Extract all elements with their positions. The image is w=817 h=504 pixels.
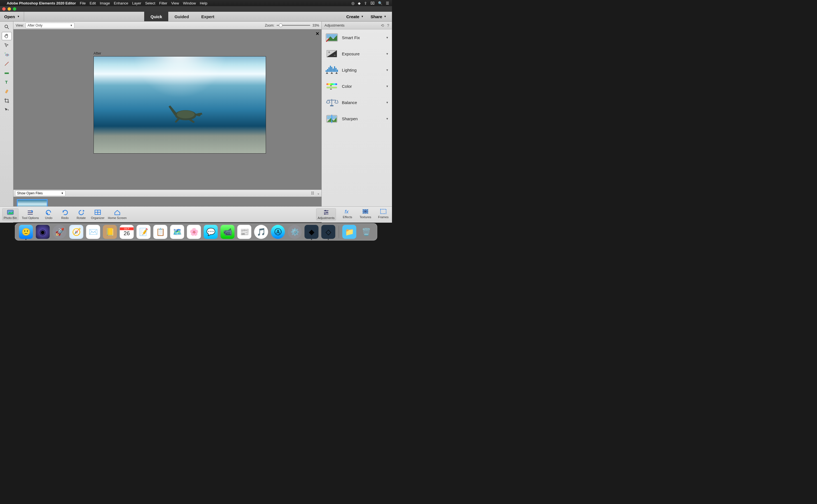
adjustment-balance[interactable]: Balance ▼ (324, 97, 390, 108)
adjustment-sharpen[interactable]: Sharpen ▼ (324, 113, 390, 124)
sharpen-icon (325, 113, 339, 124)
bin-collapse-icon[interactable]: ⌄ (317, 191, 320, 195)
bin-list-icon[interactable]: ☷ (311, 191, 314, 195)
straighten-tool[interactable] (2, 69, 12, 77)
view-label: View: (16, 23, 24, 27)
close-document-button[interactable]: ✕ (316, 31, 319, 36)
menu-select[interactable]: Select (145, 1, 155, 5)
app-toolbar: Open ▼ Quick Guided Expert Create ▼ Shar… (0, 12, 392, 22)
svg-point-0 (5, 25, 8, 28)
taskbar-photo-bin[interactable]: Photo Bin (2, 208, 18, 220)
window-titlebar (0, 6, 392, 12)
cc-icon[interactable]: ◎ (351, 1, 355, 5)
dock-notes[interactable]: 📝 (137, 225, 151, 239)
center-column: View: After Only ▼ Zoom: 33% ✕ After (13, 22, 321, 223)
svg-point-13 (197, 113, 201, 116)
window-zoom-button[interactable] (13, 7, 16, 11)
view-dropdown[interactable]: After Only ▼ (25, 23, 74, 28)
canvas-area[interactable]: ✕ After (13, 29, 321, 190)
window-close-button[interactable] (2, 7, 6, 11)
dock-contacts[interactable]: 📒 (103, 225, 117, 239)
airdrop-icon[interactable]: ⇪ (364, 1, 367, 5)
dock-music[interactable]: 🎵 (254, 225, 268, 239)
dock-maps[interactable]: 🗺️ (170, 225, 184, 239)
menu-help[interactable]: Help (200, 1, 208, 5)
taskbar-tool-options[interactable]: Tool Options (22, 209, 39, 220)
menu-layer[interactable]: Layer (132, 1, 141, 5)
dock-safari[interactable]: 🧭 (69, 225, 83, 239)
reset-icon[interactable]: ⟲ (381, 23, 384, 28)
menu-image[interactable]: Image (100, 1, 110, 5)
menu-file[interactable]: File (80, 1, 86, 5)
dock-news[interactable]: 📰 (238, 225, 252, 239)
dock-launchpad[interactable]: 🚀 (53, 225, 67, 239)
chevron-down-icon: ▼ (386, 117, 389, 120)
dock-pse-editor[interactable]: ◇ (321, 225, 335, 239)
type-tool[interactable]: T (2, 78, 12, 86)
adjustment-smart-fix[interactable]: Smart Fix ▼ (324, 32, 390, 43)
notification-icon[interactable]: ◆ (358, 1, 361, 5)
redeye-tool[interactable]: + (2, 50, 12, 59)
quick-selection-tool[interactable] (2, 41, 12, 50)
taskbar-organizer[interactable]: Organizer (91, 209, 104, 220)
dock-calendar[interactable]: OCT 26 (120, 225, 134, 239)
dock-photos[interactable]: 🌸 (187, 225, 201, 239)
dock-pse-organizer[interactable]: ◆ (305, 225, 319, 239)
dock-appstore[interactable]: Ⓐ (271, 225, 285, 239)
whiten-teeth-tool[interactable] (2, 60, 12, 68)
taskbar-effects[interactable]: fx Effects (341, 208, 354, 220)
taskbar-undo[interactable]: Undo (42, 209, 55, 220)
tab-expert[interactable]: Expert (195, 12, 221, 21)
svg-marker-23 (331, 72, 333, 74)
taskbar-rotate[interactable]: Rotate (75, 209, 88, 220)
zoom-slider[interactable] (277, 25, 310, 26)
taskbar-adjustments[interactable]: Adjustments (316, 208, 336, 220)
photo-bin-dropdown[interactable]: Show Open Files ▼ (15, 190, 65, 196)
svg-rect-52 (324, 213, 325, 215)
zoom-slider-knob[interactable] (279, 23, 283, 27)
tab-quick[interactable]: Quick (144, 12, 168, 21)
dock-mail[interactable]: ✉️ (86, 225, 100, 239)
after-label: After (93, 51, 101, 55)
act-label: Adjustments (318, 216, 335, 220)
menu-filter[interactable]: Filter (159, 1, 167, 5)
menu-edit[interactable]: Edit (90, 1, 96, 5)
taskbar-textures[interactable]: Textures (359, 208, 372, 220)
svg-point-11 (175, 110, 196, 120)
calendar-month: OCT (120, 227, 134, 230)
dock-downloads[interactable]: 📁 (342, 225, 356, 239)
svg-rect-31 (330, 105, 334, 106)
adjustment-exposure[interactable]: +− Exposure ▼ (324, 48, 390, 59)
spot-healing-tool[interactable] (2, 87, 12, 96)
document-image[interactable] (93, 56, 266, 154)
adjustment-lighting[interactable]: Lighting ▼ (324, 65, 390, 75)
display-icon[interactable]: ⌧ (370, 1, 375, 5)
menu-window[interactable]: Window (183, 1, 196, 5)
adjustment-color[interactable]: Color ▼ (324, 81, 390, 91)
app-title[interactable]: Adobe Photoshop Elements 2020 Editor (7, 1, 76, 5)
hand-tool[interactable] (2, 32, 12, 40)
dock-siri[interactable]: ◉ (36, 225, 50, 239)
control-center-icon[interactable]: ☰ (386, 1, 389, 5)
share-menu-button[interactable]: Share ▼ (368, 14, 389, 19)
tab-guided[interactable]: Guided (168, 12, 195, 21)
create-menu-button[interactable]: Create ▼ (344, 14, 367, 19)
menu-view[interactable]: View (171, 1, 179, 5)
dock-facetime[interactable]: 📹 (221, 225, 235, 239)
taskbar-home-screen[interactable]: Home Screen (108, 209, 126, 220)
spotlight-icon[interactable]: 🔍 (378, 1, 382, 5)
dock-messages[interactable]: 💬 (204, 225, 218, 239)
menu-enhance[interactable]: Enhance (114, 1, 128, 5)
open-menu-button[interactable]: Open ▼ (0, 12, 24, 21)
dock-settings[interactable]: ⚙️ (288, 225, 302, 239)
zoom-tool[interactable] (2, 23, 12, 31)
dock-trash[interactable]: 🗑️ (359, 225, 373, 239)
dock-finder[interactable]: 🙂 (19, 225, 33, 239)
taskbar-redo[interactable]: Redo (58, 209, 71, 220)
dock-reminders[interactable]: 📋 (153, 225, 167, 239)
window-minimize-button[interactable] (8, 7, 11, 11)
taskbar-frames[interactable]: Frames (377, 208, 390, 220)
help-icon[interactable]: ? (387, 23, 389, 28)
move-tool[interactable] (2, 106, 12, 114)
crop-tool[interactable] (2, 96, 12, 105)
